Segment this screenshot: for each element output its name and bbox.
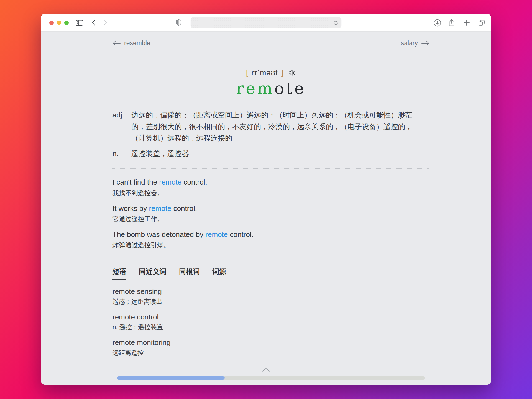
headword-highlight: rem [236, 79, 274, 98]
chevron-up-icon [262, 368, 270, 372]
next-word-link[interactable]: salary [401, 39, 429, 47]
tab-synonyms[interactable]: 同近义词 [139, 267, 167, 280]
arrow-right-icon [421, 41, 429, 46]
share-icon[interactable] [447, 14, 457, 32]
next-word-label: salary [401, 39, 418, 47]
phonetic-bracket-right: ] [281, 68, 283, 77]
sidebar-toggle-icon[interactable] [74, 14, 85, 32]
phrase-item: remote monitoring 远距离遥控 [112, 337, 429, 357]
close-button[interactable] [49, 21, 54, 25]
tab-phrases[interactable]: 短语 [112, 267, 126, 280]
browser-window: resemble salary [ rɪˈməʊt ] [41, 14, 491, 385]
example-chinese: 我找不到遥控器。 [112, 188, 429, 198]
phonetic-bracket-left: [ [246, 68, 248, 77]
speaker-icon[interactable] [288, 69, 296, 76]
horizontal-scrollbar-thumb[interactable] [117, 376, 225, 380]
example-text: control. [171, 204, 197, 213]
phrase-list: remote sensing 遥感；远距离读出 remote control n… [112, 287, 429, 357]
address-bar[interactable] [191, 17, 342, 28]
example-sentences: I can't find the remote control. 我找不到遥控器… [112, 177, 429, 250]
tab-overview-icon[interactable] [477, 14, 487, 32]
example-english: The bomb was detonated by remote control… [112, 229, 429, 240]
phonetic-row: [ rɪˈməʊt ] [112, 68, 429, 77]
pos-label: adj. [112, 109, 131, 144]
scroll-to-top-button[interactable] [41, 368, 491, 372]
example-text: I can't find the [112, 178, 159, 186]
example-item: The bomb was detonated by remote control… [112, 229, 429, 250]
downloads-icon[interactable] [432, 14, 442, 32]
section-tabs: 短语 同近义词 同根词 词源 [112, 267, 429, 280]
arrow-left-icon [112, 41, 121, 46]
example-text: It works by [112, 204, 149, 213]
example-english: I can't find the remote control. [112, 177, 429, 188]
example-keyword-link[interactable]: remote [159, 178, 181, 186]
tab-etymology[interactable]: 词源 [212, 267, 226, 280]
example-item: I can't find the remote control. 我找不到遥控器… [112, 177, 429, 198]
traffic-lights [49, 21, 69, 25]
page-content: resemble salary [ rɪˈməʊt ] [41, 32, 491, 385]
forward-button-icon[interactable] [100, 14, 110, 32]
phrase-chinese: 遥感；远距离读出 [112, 297, 429, 306]
example-keyword-link[interactable]: remote [205, 230, 228, 239]
headword-rest: ote [274, 79, 306, 98]
example-item: It works by remote control. 它通过遥控工作。 [112, 203, 429, 224]
phrase-english[interactable]: remote monitoring [112, 337, 429, 347]
phonetic-text: rɪˈməʊt [252, 69, 278, 77]
example-keyword-link[interactable]: remote [149, 204, 171, 213]
prev-word-link[interactable]: resemble [112, 39, 150, 47]
definition-text: 遥控装置，遥控器 [131, 148, 421, 160]
example-text: control. [181, 178, 207, 186]
back-button-icon[interactable] [89, 14, 99, 32]
word-navigation: resemble salary [112, 32, 429, 47]
page-footer [41, 368, 491, 385]
example-english: It works by remote control. [112, 203, 429, 214]
definitions: adj. 边远的，偏僻的；（距离或空间上）遥远的；（时间上）久远的；（机会或可能… [112, 109, 429, 159]
definition-row: adj. 边远的，偏僻的；（距离或空间上）遥远的；（时间上）久远的；（机会或可能… [112, 109, 429, 144]
headword: remote [112, 79, 429, 98]
privacy-shield-icon[interactable] [173, 14, 183, 32]
minimize-button[interactable] [57, 21, 61, 25]
phrase-english[interactable]: remote control [112, 312, 429, 322]
phrase-item: remote control n. 遥控；遥控装置 [112, 312, 429, 332]
horizontal-scrollbar-track[interactable] [117, 376, 425, 380]
definition-row: n. 遥控装置，遥控器 [112, 148, 429, 160]
example-chinese: 它通过遥控工作。 [112, 214, 429, 224]
new-tab-icon[interactable] [462, 14, 472, 32]
prev-word-label: resemble [124, 39, 150, 47]
example-text: control. [228, 230, 254, 239]
example-text: The bomb was detonated by [112, 230, 205, 239]
reload-icon[interactable] [333, 20, 339, 26]
browser-toolbar [41, 14, 491, 32]
phrase-english[interactable]: remote sensing [112, 287, 429, 296]
example-chinese: 炸弹通过遥控引爆。 [112, 240, 429, 250]
phrase-chinese: n. 遥控；遥控装置 [112, 323, 429, 332]
dotted-divider [112, 259, 429, 259]
pos-label: n. [112, 148, 131, 160]
zoom-button[interactable] [64, 21, 69, 25]
definition-text: 边远的，偏僻的；（距离或空间上）遥远的；（时间上）久远的；（机会或可能性）渺茫的… [131, 109, 421, 144]
tab-cognates[interactable]: 同根词 [179, 267, 200, 280]
phrase-item: remote sensing 遥感；远距离读出 [112, 287, 429, 306]
dotted-divider [112, 168, 429, 169]
phrase-chinese: 远距离遥控 [112, 348, 429, 358]
